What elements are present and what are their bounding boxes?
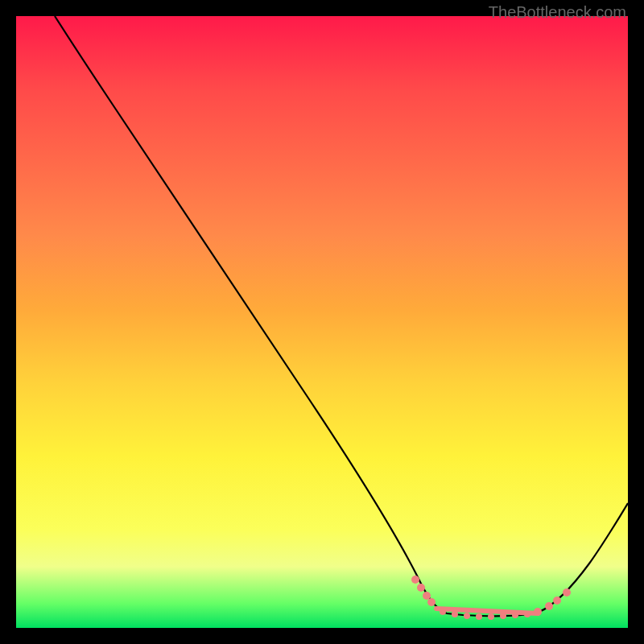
- svg-point-16: [563, 588, 571, 597]
- svg-point-12: [524, 611, 530, 617]
- svg-line-4: [436, 609, 538, 613]
- svg-point-1: [417, 584, 425, 592]
- bottleneck-curve: [16, 16, 628, 628]
- svg-point-15: [553, 597, 561, 605]
- svg-point-9: [488, 613, 494, 620]
- svg-point-0: [411, 576, 419, 584]
- svg-point-8: [476, 613, 482, 620]
- svg-point-14: [545, 602, 553, 610]
- svg-point-11: [512, 612, 518, 618]
- svg-point-6: [452, 611, 458, 617]
- svg-point-3: [427, 598, 436, 606]
- svg-point-7: [464, 613, 470, 619]
- svg-point-5: [440, 609, 446, 615]
- svg-point-2: [423, 592, 431, 600]
- svg-point-10: [500, 613, 506, 619]
- svg-point-13: [534, 608, 542, 616]
- sweet-spot-markers: [411, 576, 571, 620]
- curve-path: [55, 16, 628, 616]
